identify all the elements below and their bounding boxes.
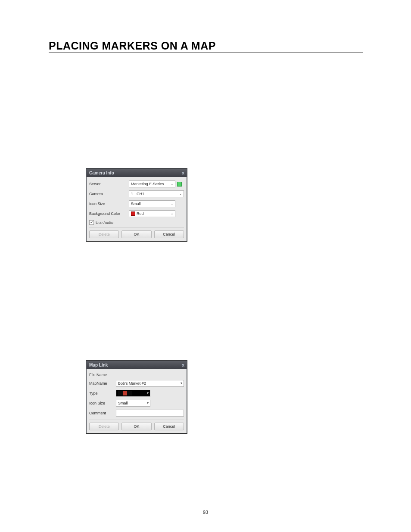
icon-size-select[interactable]: Small ▾	[116, 400, 150, 407]
page-title: PLACING MARKERS ON A MAP	[49, 40, 216, 52]
icon-size-select[interactable]: Small ⌄	[129, 200, 175, 207]
bg-color-value: Red	[137, 212, 144, 216]
map-link-title: Map Link	[89, 363, 108, 367]
bg-color-label: Background Color	[89, 212, 129, 216]
type-label: Type	[89, 391, 116, 395]
delete-button[interactable]: Delete	[89, 230, 119, 238]
chevron-down-icon: ⌄	[171, 182, 174, 186]
close-icon[interactable]: x	[182, 171, 184, 175]
icon-size-label: Icon Size	[89, 401, 116, 405]
page-number: 93	[0, 510, 411, 515]
map-link-titlebar[interactable]: Map Link x	[87, 361, 187, 369]
chevron-down-icon: ▾	[147, 401, 149, 405]
map-name-select[interactable]: Bob's Market #2 ▾	[116, 380, 184, 387]
icon-size-label: Icon Size	[89, 202, 129, 206]
map-name-label: MapName	[89, 381, 116, 386]
map-name-value: Bob's Market #2	[118, 381, 146, 386]
close-icon[interactable]: x	[182, 363, 184, 367]
icon-size-value: Small	[118, 401, 128, 405]
chevron-down-icon: ▾	[181, 382, 182, 385]
server-value: Marketing E-Series	[131, 182, 164, 186]
comment-label: Comment	[89, 411, 116, 415]
camera-info-dialog: Camera Info x Server Marketing E-Series …	[86, 168, 187, 242]
comment-input[interactable]	[116, 410, 184, 417]
camera-label: Camera	[89, 192, 129, 196]
bg-color-select[interactable]: Red ⌄	[129, 210, 175, 217]
camera-info-body: Server Marketing E-Series ⌄ Camera 1 - C…	[87, 177, 187, 241]
type-select[interactable]: ▾	[116, 390, 150, 397]
delete-button[interactable]: Delete	[89, 423, 119, 430]
server-status-icon	[177, 182, 182, 187]
server-select[interactable]: Marketing E-Series ⌄	[129, 180, 175, 187]
ok-button[interactable]: OK	[121, 230, 151, 238]
camera-select[interactable]: 1 - CH1 ⌄	[129, 190, 184, 197]
ok-button[interactable]: OK	[121, 423, 151, 430]
color-swatch-icon	[131, 212, 135, 216]
chevron-down-icon: ⌄	[171, 212, 174, 215]
map-link-dialog: Map Link x File Name MapName Bob's Marke…	[86, 360, 187, 434]
use-audio-label: Use Audio	[96, 221, 113, 225]
map-link-body: File Name MapName Bob's Market #2 ▾ Type…	[87, 369, 187, 433]
icon-size-value: Small	[131, 202, 141, 206]
cancel-button[interactable]: Cancel	[154, 423, 184, 430]
server-label: Server	[89, 182, 129, 186]
type-swatch-icon	[118, 391, 132, 395]
camera-info-title: Camera Info	[89, 171, 114, 175]
camera-value: 1 - CH1	[131, 192, 144, 196]
chevron-down-icon: ▾	[147, 392, 149, 395]
chevron-down-icon: ⌄	[171, 202, 174, 205]
title-underline	[49, 53, 363, 53]
cancel-button[interactable]: Cancel	[154, 230, 184, 238]
chevron-down-icon: ⌄	[179, 192, 182, 196]
camera-info-titlebar[interactable]: Camera Info x	[87, 169, 187, 177]
use-audio-checkbox[interactable]: ✓	[89, 220, 94, 225]
file-name-label: File Name	[89, 373, 116, 377]
